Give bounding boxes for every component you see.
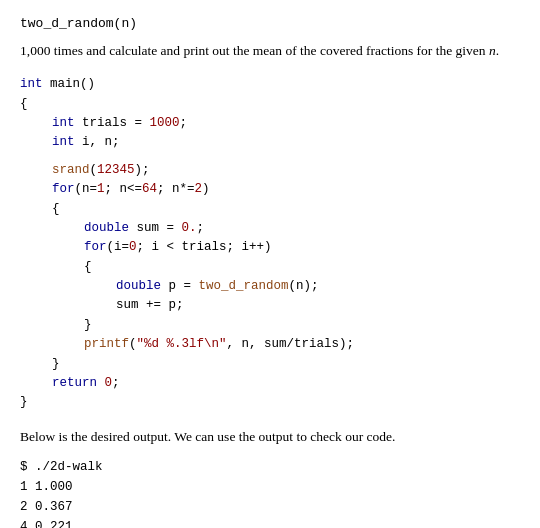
code-line-for-i: for(i=0; i < trials; i++) bbox=[20, 238, 520, 257]
code-inner2-open: { bbox=[20, 258, 520, 277]
code-line-return: return 0; bbox=[20, 374, 520, 393]
code-line-sum-p: sum += p; bbox=[20, 296, 520, 315]
output-line-1: 1 1.000 bbox=[20, 477, 520, 497]
code-line-sum: double sum = 0.; bbox=[20, 219, 520, 238]
code-inner-open: { bbox=[20, 200, 520, 219]
function-signature: two_d_random(n) bbox=[20, 16, 520, 31]
code-open-brace: { bbox=[20, 95, 520, 114]
output-cmd: $ ./2d-walk bbox=[20, 457, 520, 477]
description-var: n bbox=[489, 43, 496, 58]
code-block: int main() { int trials = 1000; int i, n… bbox=[20, 75, 520, 412]
description-text: 1,000 times and calculate and print out … bbox=[20, 41, 520, 61]
code-line-printf: printf("%d %.3lf\n", n, sum/trials); bbox=[20, 335, 520, 354]
output-line-2: 2 0.367 bbox=[20, 497, 520, 517]
code-line-for-n: for(n=1; n<=64; n*=2) bbox=[20, 180, 520, 199]
code-line-i-n: int i, n; bbox=[20, 133, 520, 152]
below-text: Below is the desired output. We can use … bbox=[20, 427, 520, 447]
code-line-srand: srand(12345); bbox=[20, 161, 520, 180]
code-inner-close: } bbox=[20, 355, 520, 374]
code-line-double-p: double p = two_d_random(n); bbox=[20, 277, 520, 296]
output-line-3: 4 0.221 bbox=[20, 517, 520, 528]
code-line-trials: int trials = 1000; bbox=[20, 114, 520, 133]
code-line-main: int main() bbox=[20, 75, 520, 94]
code-close-brace: } bbox=[20, 393, 520, 412]
code-inner2-close: } bbox=[20, 316, 520, 335]
output-block: $ ./2d-walk 1 1.000 2 0.367 4 0.221 8 0.… bbox=[20, 457, 520, 528]
